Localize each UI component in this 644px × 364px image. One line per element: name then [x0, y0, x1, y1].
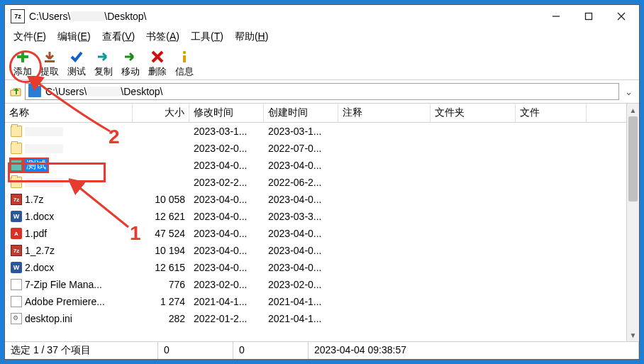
menu-tool[interactable]: 工具(T) — [187, 29, 228, 45]
menu-view[interactable]: 查看(V) — [98, 29, 140, 45]
file-row[interactable]: 测试2023-04-0...2023-04-0... — [5, 157, 626, 174]
delete-icon — [149, 49, 166, 65]
toolbar-copy-label: 复制 — [94, 65, 113, 78]
toolbar-info[interactable]: 信息 — [171, 49, 198, 78]
path-suffix: \Desktop\ — [121, 86, 162, 97]
file-name: 1.docx — [25, 211, 54, 222]
path-dropdown[interactable]: ⌄ — [622, 87, 635, 97]
folder-icon — [11, 126, 22, 137]
scroll-thumb[interactable] — [628, 116, 638, 202]
toolbar-copy[interactable]: 复制 — [90, 49, 117, 78]
menu-file[interactable]: 文件(F) — [9, 29, 50, 45]
statusbar: 选定 1 / 37 个项目 0 0 2023-04-04 09:38:57 — [5, 341, 639, 359]
title-path-prefix: C:\Users\ — [29, 11, 70, 22]
folder-icon — [28, 86, 41, 97]
file-size — [133, 148, 189, 149]
file-row[interactable]: 7z1.7z10 0582023-04-0...2023-04-0... — [5, 191, 626, 208]
file-ctime: 2022-07-0... — [264, 142, 338, 155]
header-ctime[interactable]: 创建时间 — [264, 104, 338, 122]
scroll-up-button[interactable]: ▲ — [627, 104, 639, 116]
file-row[interactable]: 2023-03-1...2023-03-1... — [5, 123, 626, 140]
file-size: 1 274 — [133, 295, 189, 308]
file-row[interactable]: W1.docx12 6212023-04-0...2023-03-3... — [5, 208, 626, 225]
file-row[interactable]: Adobe Premiere...1 2742021-04-1...2021-0… — [5, 293, 626, 310]
file-size: 12 615 — [133, 261, 189, 274]
file-ctime: 2023-04-0... — [264, 159, 338, 172]
header-size[interactable]: 大小 — [133, 104, 189, 122]
pdf-icon: A — [11, 228, 22, 239]
close-button[interactable] — [605, 6, 638, 27]
scroll-down-button[interactable]: ▼ — [627, 329, 639, 341]
status-size1: 0 — [158, 342, 233, 359]
file-mtime: 2023-04-0... — [189, 193, 264, 206]
header-mtime[interactable]: 修改时间 — [189, 104, 264, 122]
file-row[interactable]: W2.docx12 6152023-04-0...2023-04-0... — [5, 259, 626, 276]
path-input[interactable]: C:\Users\\Desktop\ — [25, 83, 619, 100]
file-name: 1_2.7z — [25, 245, 55, 256]
file-ctime: 2021-04-1... — [264, 312, 338, 325]
app-icon: 7z — [11, 9, 25, 23]
menu-edit[interactable]: 编辑(E) — [53, 29, 95, 45]
header-comment[interactable]: 注释 — [338, 104, 431, 122]
toolbar-add-label: 添加 — [13, 65, 32, 78]
file-ctime: 2023-04-0... — [264, 193, 338, 206]
file-name: desktop.ini — [25, 313, 72, 324]
file-row[interactable]: 2023-02-2...2022-06-2... — [5, 174, 626, 191]
status-size2: 0 — [233, 342, 309, 359]
file-row[interactable]: 7-Zip File Mana...7762023-02-0...2023-02… — [5, 276, 626, 293]
file-ctime: 2023-03-3... — [264, 210, 338, 223]
file-row[interactable]: 7z1_2.7z10 1942023-04-0...2023-04-0... — [5, 242, 626, 259]
extract-icon — [41, 49, 58, 65]
title-path-suffix: \Desktop\ — [104, 11, 146, 22]
file-row[interactable]: 2023-02-0...2022-07-0... — [5, 140, 626, 157]
up-folder-button[interactable] — [9, 85, 22, 98]
folder-teal-icon — [11, 160, 22, 171]
plus-icon — [14, 49, 31, 65]
file-ctime: 2023-04-0... — [264, 244, 338, 257]
menu-bookmark[interactable]: 书签(A) — [142, 29, 184, 45]
column-headers: 名称 大小 修改时间 创建时间 注释 文件夹 文件 — [5, 104, 626, 123]
file-row[interactable]: desktop.ini2822022-01-2...2021-04-1... — [5, 310, 626, 327]
toolbar-delete[interactable]: 删除 — [144, 49, 171, 78]
menu-help[interactable]: 帮助(H) — [231, 29, 272, 45]
toolbar-add[interactable]: 添加 — [9, 49, 36, 78]
svg-point-9 — [183, 51, 186, 54]
file-name: Adobe Premiere... — [25, 296, 105, 307]
window-title: C:\Users\\Desktop\ — [29, 11, 540, 22]
file-ctime: 2021-04-1... — [264, 295, 338, 308]
status-selection: 选定 1 / 37 个项目 — [5, 342, 158, 359]
toolbar-info-label: 信息 — [175, 65, 194, 78]
svg-rect-5 — [17, 55, 28, 58]
lnk-icon — [11, 296, 22, 307]
folder-icon — [11, 177, 22, 188]
file-row[interactable]: A1.pdf47 5242023-04-0...2023-04-0... — [5, 225, 626, 242]
file-size — [133, 131, 189, 132]
file-list[interactable]: 名称 大小 修改时间 创建时间 注释 文件夹 文件 2023-03-1...20… — [5, 104, 626, 341]
file-name: 1.pdf — [25, 228, 47, 239]
toolbar-test[interactable]: 测试 — [63, 49, 90, 78]
minimize-button[interactable] — [540, 6, 572, 27]
header-files[interactable]: 文件 — [516, 104, 587, 122]
copy-icon — [95, 49, 112, 65]
file-name: 2.docx — [25, 262, 54, 273]
toolbar-extract-label: 提取 — [40, 65, 59, 78]
path-prefix: C:\Users\ — [45, 86, 87, 97]
info-icon — [176, 49, 193, 65]
file-ctime: 2023-04-0... — [264, 261, 338, 274]
vertical-scrollbar[interactable]: ▲ ▼ — [626, 104, 639, 341]
toolbar-move[interactable]: 移动 — [117, 49, 144, 78]
header-folders[interactable]: 文件夹 — [431, 104, 516, 122]
scroll-track[interactable] — [627, 116, 639, 329]
file-size: 12 621 — [133, 210, 189, 223]
maximize-button[interactable] — [572, 6, 605, 27]
file-size — [133, 182, 189, 183]
docx-icon: W — [11, 262, 22, 273]
svg-rect-10 — [183, 55, 186, 62]
ini-icon — [11, 313, 22, 324]
toolbar-move-label: 移动 — [121, 65, 140, 78]
file-mtime: 2023-04-0... — [189, 159, 264, 172]
titlebar[interactable]: 7z C:\Users\\Desktop\ — [5, 5, 639, 28]
file-mtime: 2023-04-0... — [189, 261, 264, 274]
toolbar-extract[interactable]: 提取 — [36, 49, 63, 78]
header-name[interactable]: 名称 — [5, 104, 133, 122]
